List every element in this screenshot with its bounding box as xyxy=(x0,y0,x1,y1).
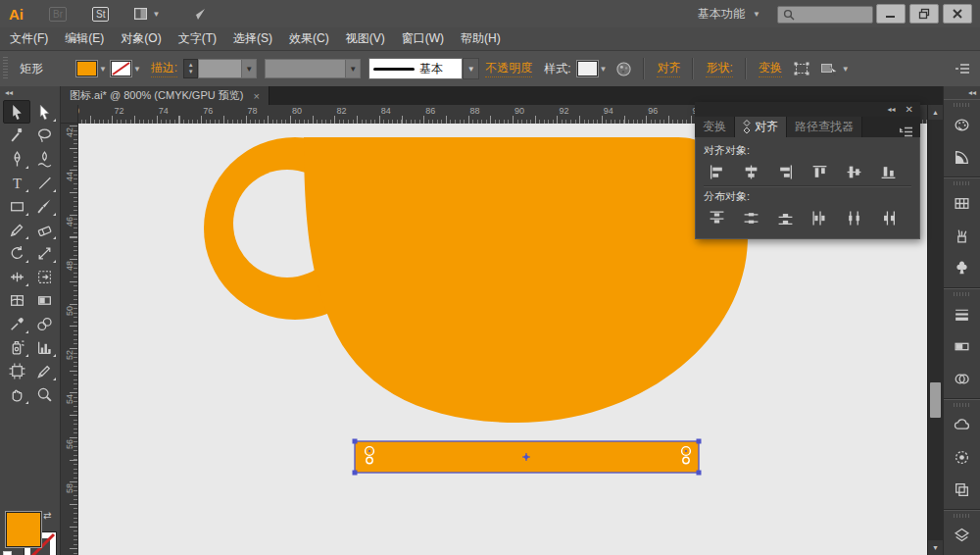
close-button[interactable] xyxy=(943,4,972,24)
menu-item-帮助H[interactable]: 帮助(H) xyxy=(461,30,501,47)
gradient-fill-panel-icon[interactable] xyxy=(944,330,980,363)
share-icon[interactable] xyxy=(189,7,207,22)
eyedropper-tool[interactable] xyxy=(3,312,30,335)
dist-v-center-button[interactable] xyxy=(738,207,763,228)
dock-drag-handle[interactable] xyxy=(954,514,971,518)
menu-item-对象O[interactable]: 对象(O) xyxy=(121,30,161,47)
swatches-panel-icon[interactable] xyxy=(944,187,980,220)
stroke-weight-stepper[interactable]: ▲▼ xyxy=(183,59,198,78)
line-segment-tool[interactable] xyxy=(30,171,58,194)
gradient-tool[interactable] xyxy=(30,288,58,312)
direct-selection-tool[interactable] xyxy=(30,100,58,124)
lasso-tool[interactable] xyxy=(30,124,58,147)
type-tool[interactable]: T xyxy=(3,171,30,194)
rotate-tool[interactable] xyxy=(3,241,30,265)
swap-fill-stroke-icon[interactable]: ⇄ xyxy=(43,510,51,521)
default-fill-stroke-icon[interactable] xyxy=(3,551,15,555)
stock-icon[interactable]: St xyxy=(92,7,109,22)
dock-drag-handle[interactable] xyxy=(954,103,971,107)
scrollbar-thumb[interactable] xyxy=(930,382,941,418)
selection-tool[interactable] xyxy=(3,100,30,124)
expand-panels-icon[interactable]: ◂◂ xyxy=(944,86,980,99)
scroll-up-arrow[interactable]: ▲ xyxy=(928,105,943,120)
color-panel-icon[interactable] xyxy=(944,109,980,141)
hand-tool[interactable] xyxy=(3,382,30,406)
panel-menu-icon[interactable] xyxy=(892,126,920,137)
dock-drag-handle[interactable] xyxy=(954,181,971,185)
search-input[interactable] xyxy=(777,6,873,24)
transform-link[interactable]: 变换 xyxy=(759,60,782,77)
menu-item-文字T[interactable]: 文字(T) xyxy=(178,30,217,47)
tab-对齐[interactable]: 对齐 xyxy=(735,117,787,137)
document-tab[interactable]: 图标.ai* @ 800% (CMYK/GPU 预览) × xyxy=(61,86,270,105)
collapse-panel-icon[interactable]: ◂◂ xyxy=(888,105,896,114)
dock-drag-handle[interactable] xyxy=(954,292,971,296)
align-right-button[interactable] xyxy=(772,161,798,182)
menu-item-选择S[interactable]: 选择(S) xyxy=(233,30,272,47)
pen-tool[interactable] xyxy=(3,147,30,171)
dist-left-button[interactable] xyxy=(807,207,832,228)
stroke-weight-link[interactable]: 描边: xyxy=(151,60,177,77)
restore-button[interactable] xyxy=(909,4,939,24)
artboard-tool[interactable] xyxy=(3,359,30,382)
symbols-panel-icon[interactable] xyxy=(944,252,980,284)
shape-link[interactable]: 形状: xyxy=(706,60,732,77)
tab-变换[interactable]: 变换 xyxy=(695,117,735,137)
bounding-box-icon[interactable] xyxy=(793,61,810,76)
scroll-down-arrow[interactable]: ▼ xyxy=(928,540,943,555)
dist-right-button[interactable] xyxy=(875,207,901,228)
control-bar-grip[interactable] xyxy=(3,57,8,80)
stroke-panel-icon[interactable] xyxy=(944,298,980,330)
width-tool[interactable] xyxy=(3,265,30,288)
brushes-panel-icon[interactable] xyxy=(944,220,980,252)
align-v-center-button[interactable] xyxy=(841,161,866,182)
control-panel-menu-icon[interactable] xyxy=(955,62,970,76)
menu-item-编辑E[interactable]: 编辑(E) xyxy=(65,30,104,47)
fill-color-swatch[interactable] xyxy=(76,61,97,76)
pencil-tool[interactable] xyxy=(3,218,30,241)
chevron-down-icon[interactable]: ▼ xyxy=(133,65,141,74)
style-swatch[interactable] xyxy=(577,61,598,76)
width-profile-dropdown[interactable]: ▼ xyxy=(265,59,361,78)
dist-h-center-button[interactable] xyxy=(841,207,866,228)
align-bottom-button[interactable] xyxy=(875,161,901,182)
cc-panel-icon[interactable] xyxy=(944,409,980,441)
align-top-button[interactable] xyxy=(807,161,832,182)
opacity-link[interactable]: 不透明度 xyxy=(485,60,532,77)
scale-tool[interactable] xyxy=(30,241,58,265)
close-icon[interactable]: × xyxy=(253,90,259,102)
stroke-weight-dropdown[interactable]: ▼ xyxy=(198,59,257,78)
brush-dropdown-button[interactable]: ▼ xyxy=(463,58,479,79)
graph-tool[interactable] xyxy=(30,335,58,359)
menu-item-视图V[interactable]: 视图(V) xyxy=(346,30,385,47)
tab-路径查找器[interactable]: 路径查找器 xyxy=(787,117,862,137)
brush-definition-dropdown[interactable]: 基本 xyxy=(368,58,463,79)
close-icon[interactable]: ✕ xyxy=(906,104,913,115)
arrange-documents-icon[interactable]: ▼ xyxy=(134,8,164,21)
dist-top-button[interactable] xyxy=(704,207,729,228)
vertical-scrollbar[interactable]: ▲ ▼ xyxy=(927,105,943,555)
stroke-color-swatch[interactable] xyxy=(111,61,131,76)
appearance-panel-icon[interactable] xyxy=(944,441,980,474)
workspace-switcher[interactable]: 基本功能 ▼ xyxy=(698,6,760,23)
menu-item-窗口W[interactable]: 窗口(W) xyxy=(402,30,444,47)
fill-proxy-swatch[interactable] xyxy=(6,512,41,547)
recolor-artwork-icon[interactable] xyxy=(615,61,632,77)
eraser-tool[interactable] xyxy=(30,218,58,241)
layers-panel-icon[interactable] xyxy=(944,520,980,552)
chevron-down-icon[interactable]: ▼ xyxy=(99,65,107,74)
gradient-panel-icon[interactable] xyxy=(944,141,980,174)
minimize-button[interactable] xyxy=(876,4,906,24)
align-h-center-button[interactable] xyxy=(738,161,763,182)
align-left-button[interactable] xyxy=(704,161,729,182)
dock-drag-handle[interactable] xyxy=(954,403,971,407)
magic-wand-tool[interactable] xyxy=(3,124,30,147)
selected-rectangle[interactable] xyxy=(353,439,702,476)
blend-tool[interactable] xyxy=(30,312,58,335)
paintbrush-tool[interactable] xyxy=(30,194,58,218)
chevron-down-icon[interactable]: ▼ xyxy=(600,65,608,74)
transparency-panel-icon[interactable] xyxy=(944,363,980,395)
slice-tool[interactable] xyxy=(30,359,58,382)
select-similar-objects-icon[interactable]: ▼ xyxy=(820,61,854,76)
menu-item-效果C[interactable]: 效果(C) xyxy=(289,30,329,47)
